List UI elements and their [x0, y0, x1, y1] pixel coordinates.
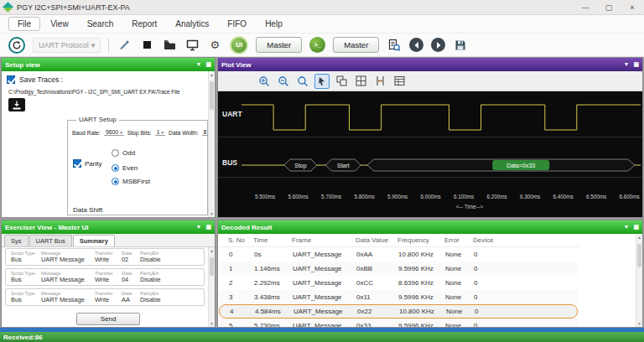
time-tick-label: 5.700ms: [321, 194, 341, 200]
open-folder-button[interactable]: [162, 38, 177, 53]
send-button[interactable]: Send: [76, 313, 140, 325]
parity-checkbox[interactable]: [73, 159, 81, 168]
column-header[interactable]: S. No: [228, 236, 253, 244]
table-row[interactable]: 55.730msUART_Message0x339.5996 KHzNone0: [219, 319, 578, 327]
time-tick-label: 5.800ms: [354, 194, 374, 200]
table-cell: None: [446, 308, 475, 315]
zoom-fit-button[interactable]: [295, 74, 310, 89]
scroll-up-icon[interactable]: ▲: [209, 72, 215, 77]
table-cell: 0x22: [357, 308, 399, 315]
scroll-up-icon[interactable]: ▲: [209, 248, 215, 253]
table-cell: 0: [474, 322, 578, 327]
browse-trace-folder-button[interactable]: [8, 98, 25, 111]
previous-frame-button[interactable]: [409, 38, 423, 52]
table-row[interactable]: 22.292msUART_Message0xCC8.6396 KHzNone0: [219, 276, 578, 290]
collapse-icon[interactable]: ▼: [195, 61, 201, 68]
next-frame-button[interactable]: [431, 38, 445, 52]
menu-help[interactable]: Help: [257, 18, 291, 30]
menu-analytics[interactable]: Analytics: [167, 18, 217, 30]
master-button-2[interactable]: Master: [333, 37, 379, 53]
table-cell: 0x11: [356, 293, 398, 301]
menu-fifo[interactable]: FIFO: [219, 18, 255, 30]
msb-first-radio[interactable]: [112, 178, 119, 185]
menu-search[interactable]: Search: [79, 18, 122, 30]
tab-uart-bus[interactable]: UART Bus: [29, 235, 72, 246]
minimize-button[interactable]: —: [574, 0, 597, 15]
list-item[interactable]: Script TypeMessageTransferDataParityErrB…: [5, 248, 205, 266]
exerciser-scrollbar[interactable]: ▲ ▼: [208, 247, 215, 327]
table-cell: 2: [229, 279, 254, 287]
menu-view[interactable]: View: [42, 18, 77, 30]
scrollbar-thumb[interactable]: [637, 244, 641, 267]
column-header[interactable]: Frame: [292, 236, 356, 244]
table-row[interactable]: 33.438msUART_Message0x119.5996 KHzNone0: [219, 290, 578, 304]
search-results-button[interactable]: [387, 38, 402, 53]
menu-report[interactable]: Report: [123, 18, 165, 30]
ui-mode-button[interactable]: UI: [230, 36, 248, 54]
list-item[interactable]: Script TypeMessageTransferDataParityErrB…: [5, 288, 205, 306]
float-panel-icon[interactable]: ▣: [205, 61, 211, 68]
column-header[interactable]: Error: [444, 236, 473, 244]
stop-bits-select[interactable]: 1 ▾: [155, 129, 165, 136]
maximize-button[interactable]: ▢: [597, 0, 621, 15]
setup-scrollbar[interactable]: ▲ ▼: [208, 71, 215, 217]
menu-file[interactable]: File: [8, 17, 40, 31]
grid-view-button[interactable]: [353, 74, 368, 89]
column-header[interactable]: Device: [473, 236, 579, 244]
scrollbar-thumb[interactable]: [210, 257, 214, 276]
table-view-button[interactable]: [392, 74, 407, 89]
save-button[interactable]: [453, 38, 468, 53]
column-header[interactable]: Data Value: [356, 236, 397, 244]
collapse-icon[interactable]: ▼: [623, 61, 629, 68]
table-row[interactable]: 00sUART_Message0xAA10.800 KHzNone0: [219, 247, 578, 262]
select-tool-button[interactable]: [314, 74, 330, 89]
float-panel-icon[interactable]: ▣: [633, 61, 639, 68]
marker-button[interactable]: [372, 74, 387, 89]
close-button[interactable]: ×: [621, 0, 644, 15]
parity-label: Parity: [85, 160, 101, 168]
settings-button[interactable]: ⚙: [207, 38, 222, 53]
run-capture-button[interactable]: [8, 37, 25, 54]
list-item[interactable]: Script TypeMessageTransferDataParityErrB…: [5, 268, 205, 286]
baud-rate-select[interactable]: 9600 ▾: [104, 129, 124, 136]
entry-value: Disable: [140, 256, 175, 263]
parity-odd-radio[interactable]: [112, 149, 119, 157]
scrollbar-thumb[interactable]: [210, 81, 214, 110]
column-header[interactable]: Frequency: [397, 236, 444, 244]
parity-even-radio[interactable]: [112, 164, 119, 172]
float-panel-icon[interactable]: ▣: [633, 224, 639, 231]
table-row[interactable]: 44.584msUART_Message0x2210.800 KHzNone0: [219, 304, 578, 319]
exerciser-tabs: Sys UART Bus Summary: [2, 234, 215, 247]
master-button-1[interactable]: Master: [256, 37, 302, 53]
scroll-down-icon[interactable]: ▼: [209, 211, 215, 216]
table-cell: UART_Message: [293, 322, 356, 327]
device-monitor-button[interactable]: [184, 38, 200, 53]
waveform-area[interactable]: UART BUS StopStartData=0x33 5.500ms5.600…: [218, 91, 642, 217]
zoom-out-button[interactable]: [276, 74, 291, 89]
table-cell: 0: [474, 293, 578, 301]
stop-button[interactable]: [139, 38, 154, 53]
probe-button[interactable]: [117, 38, 132, 53]
tab-sys[interactable]: Sys: [4, 235, 29, 246]
table-cell: UART_Message: [293, 265, 356, 272]
tile-view-button[interactable]: [334, 74, 349, 89]
zoom-in-button[interactable]: [257, 74, 272, 89]
column-header[interactable]: Time: [253, 236, 292, 244]
protocol-select[interactable]: UART Protocol ▾: [33, 38, 101, 53]
stop-icon: [143, 41, 151, 49]
save-traces-label: Save Traces :: [19, 75, 63, 84]
decoded-scrollbar[interactable]: ▲ ▼: [636, 234, 642, 327]
table-row[interactable]: 11.146msUART_Message0xBB9.5996 KHzNone0: [219, 262, 578, 276]
collapse-icon[interactable]: ▼: [623, 224, 629, 231]
cursor-marker-icon: [375, 75, 386, 86]
table-cell: UART_Message: [293, 279, 356, 287]
save-traces-checkbox[interactable]: [7, 75, 15, 84]
script-console-button[interactable]: >_: [309, 37, 325, 53]
scroll-down-icon[interactable]: ▼: [209, 321, 215, 326]
scroll-down-icon[interactable]: ▼: [636, 321, 642, 326]
collapse-icon[interactable]: ▼: [195, 224, 201, 231]
scroll-up-icon[interactable]: ▲: [636, 235, 642, 240]
tab-summary[interactable]: Summary: [73, 235, 115, 246]
float-panel-icon[interactable]: ▣: [205, 224, 211, 231]
waveform-svg: StopStartData=0x33: [242, 95, 641, 195]
